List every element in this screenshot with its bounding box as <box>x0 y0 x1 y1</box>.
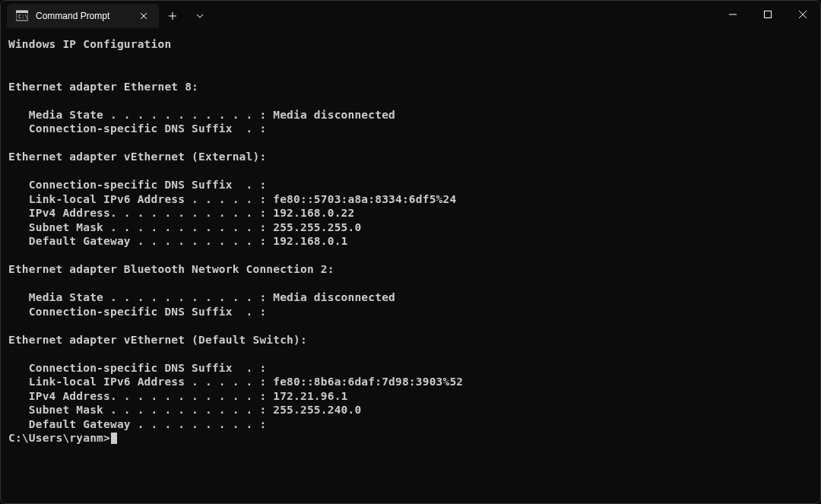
terminal-output[interactable]: Windows IP Configuration Ethernet adapte… <box>1 28 820 452</box>
terminal-tab[interactable]: C:\ Command Prompt <box>7 4 159 28</box>
svg-text:C:\: C:\ <box>18 14 28 20</box>
command-prompt: C:\Users\ryanm> <box>8 432 110 444</box>
svg-rect-8 <box>765 11 772 18</box>
close-button[interactable] <box>785 1 820 28</box>
titlebar-left: C:\ Command Prompt <box>1 1 214 28</box>
window-titlebar: C:\ Command Prompt <box>1 1 820 28</box>
cmd-icon: C:\ <box>16 10 28 22</box>
window-controls <box>715 1 820 28</box>
tab-title: Command Prompt <box>36 11 130 21</box>
svg-rect-1 <box>16 11 28 13</box>
minimize-button[interactable] <box>715 1 750 28</box>
cursor <box>111 433 117 444</box>
tab-close-button[interactable] <box>138 10 150 22</box>
new-tab-button[interactable] <box>159 4 186 28</box>
tab-dropdown-button[interactable] <box>186 4 214 28</box>
maximize-button[interactable] <box>750 1 785 28</box>
